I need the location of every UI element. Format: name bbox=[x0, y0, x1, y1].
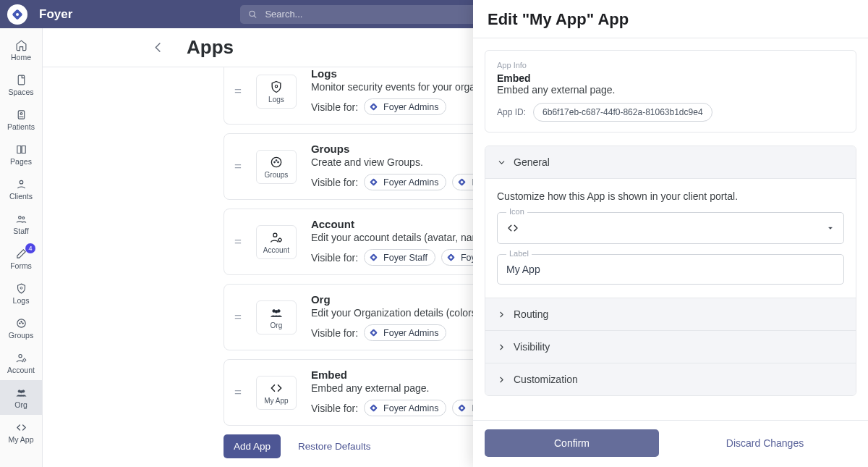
group-icon bbox=[15, 212, 27, 225]
drawer-title: Edit "My App" App bbox=[488, 10, 854, 29]
sidebar-item-pages[interactable]: Pages bbox=[0, 137, 42, 172]
chevron-right-icon bbox=[497, 342, 506, 352]
chip-label: Foyer Admins bbox=[383, 102, 438, 112]
code-icon bbox=[15, 421, 27, 434]
visible-for-label: Visible for: bbox=[311, 177, 358, 188]
app-card-icon: Groups bbox=[256, 150, 297, 184]
app-info-panel: App Info Embed Embed any external page. … bbox=[485, 50, 856, 132]
chip-label: Foyer Admins bbox=[383, 328, 438, 338]
section-general-header[interactable]: General bbox=[485, 146, 856, 178]
search-icon bbox=[247, 9, 258, 20]
sidebar-item-label: Account bbox=[7, 366, 35, 374]
page-title: Apps bbox=[187, 36, 234, 59]
sidebar-item-org[interactable]: Org bbox=[0, 380, 42, 415]
app-card-icon: Org bbox=[256, 300, 297, 335]
label-field-label: Label bbox=[506, 249, 532, 258]
sidebar-item-clients[interactable]: Clients bbox=[0, 172, 42, 206]
person-icon bbox=[15, 177, 27, 190]
sidebar-item-label: Logs bbox=[13, 296, 30, 305]
logo-icon bbox=[7, 4, 27, 25]
visibility-chip[interactable]: Foyer Admins bbox=[364, 98, 446, 115]
nav-badge: 4 bbox=[25, 243, 35, 253]
label-input[interactable] bbox=[498, 255, 843, 284]
left-nav: HomeSpacesPatientsPagesClientsStaffForms… bbox=[0, 28, 43, 467]
visibility-chip[interactable]: Foyer Admins bbox=[364, 324, 446, 341]
visible-for-label: Visible for: bbox=[311, 101, 358, 113]
visibility-chip[interactable]: Foyer Admins bbox=[364, 400, 446, 416]
section-general-label: General bbox=[514, 156, 550, 168]
sidebar-item-label: Clients bbox=[9, 192, 33, 201]
app-name: Foyer bbox=[39, 7, 72, 22]
app-card-icon: Account bbox=[256, 225, 297, 259]
sidebar-item-home[interactable]: Home bbox=[0, 33, 42, 67]
app-id-label: App ID: bbox=[497, 107, 526, 117]
restore-defaults-button[interactable]: Restore Defaults bbox=[295, 435, 374, 458]
app-id-row: App ID: 6b6f17eb-c687-44f0-862a-81063b1d… bbox=[497, 103, 844, 122]
back-button[interactable] bbox=[151, 41, 165, 54]
home-icon bbox=[15, 38, 27, 51]
section-customization-label: Customization bbox=[514, 374, 578, 385]
app-card-icon: My App bbox=[256, 376, 297, 410]
visible-for-label: Visible for: bbox=[311, 403, 358, 414]
app-card-icon-label: Logs bbox=[268, 96, 284, 104]
app-card-icon: Logs bbox=[256, 75, 297, 109]
app-info-section-label: App Info bbox=[497, 61, 844, 70]
add-app-button[interactable]: Add App bbox=[224, 434, 281, 458]
chip-label: Foyer Staff bbox=[383, 253, 427, 263]
app-info-title: Embed bbox=[497, 72, 844, 84]
sidebar-item-label: Staff bbox=[13, 227, 28, 235]
chip-label: Foyer Admins bbox=[383, 177, 438, 188]
section-routing-header[interactable]: Routing bbox=[485, 298, 856, 330]
visible-for-label: Visible for: bbox=[311, 252, 358, 264]
dots-circle-icon bbox=[15, 316, 27, 329]
book-icon bbox=[15, 143, 27, 156]
chevron-down-icon bbox=[497, 158, 506, 167]
drawer-sections: General Customize how this App is shown … bbox=[485, 146, 856, 396]
sidebar-item-logs[interactable]: Logs bbox=[0, 276, 42, 311]
chevron-right-icon bbox=[497, 375, 506, 384]
drag-handle-icon[interactable]: = bbox=[234, 310, 242, 324]
sidebar-item-myapp[interactable]: My App bbox=[0, 415, 42, 450]
drag-handle-icon[interactable]: = bbox=[234, 159, 242, 174]
person-gear-icon bbox=[15, 351, 27, 364]
sidebar-item-forms[interactable]: Forms4 bbox=[0, 241, 42, 276]
section-customization-header[interactable]: Customization bbox=[485, 363, 856, 395]
sidebar-item-groups[interactable]: Groups bbox=[0, 311, 42, 345]
drag-handle-icon[interactable]: = bbox=[234, 84, 242, 98]
discard-changes-button[interactable]: Discard Changes bbox=[673, 437, 856, 450]
drag-handle-icon[interactable]: = bbox=[234, 235, 242, 249]
visible-for-label: Visible for: bbox=[311, 327, 358, 339]
sidebar-item-label: Home bbox=[11, 53, 31, 62]
label-field[interactable]: Label bbox=[497, 254, 844, 285]
drag-handle-icon[interactable]: = bbox=[234, 385, 242, 400]
people-icon bbox=[15, 386, 27, 399]
section-general-body: Customize how this App is shown in your … bbox=[485, 178, 856, 298]
sidebar-item-label: Pages bbox=[10, 157, 32, 166]
section-routing-label: Routing bbox=[514, 308, 548, 320]
sidebar-item-spaces[interactable]: Spaces bbox=[0, 67, 42, 102]
app-card-icon-label: Account bbox=[263, 246, 289, 254]
confirm-button[interactable]: Confirm bbox=[485, 429, 659, 457]
visibility-chip[interactable]: Foyer Admins bbox=[364, 174, 446, 190]
app-card-icon-label: Groups bbox=[265, 171, 289, 179]
sidebar-item-label: Forms bbox=[10, 261, 32, 270]
spaces-icon bbox=[15, 73, 27, 86]
icon-field[interactable]: Icon bbox=[497, 212, 844, 244]
section-visibility-label: Visibility bbox=[514, 341, 550, 353]
sidebar-item-patients[interactable]: Patients bbox=[0, 102, 42, 137]
app-card-icon-label: My App bbox=[264, 397, 288, 405]
sidebar-item-label: Org bbox=[14, 400, 27, 409]
edit-app-drawer: Edit "My App" App App Info Embed Embed a… bbox=[473, 0, 868, 467]
section-visibility-header[interactable]: Visibility bbox=[485, 330, 856, 363]
app-id-value[interactable]: 6b6f17eb-c687-44f0-862a-81063b1dc9e4 bbox=[533, 103, 712, 122]
sidebar-item-label: Patients bbox=[7, 122, 35, 131]
shield-icon bbox=[15, 282, 27, 295]
visibility-chip[interactable]: Foyer Staff bbox=[364, 249, 435, 266]
sidebar-item-label: Groups bbox=[9, 331, 33, 340]
drawer-footer: Confirm Discard Changes bbox=[473, 420, 868, 467]
drawer-body: App Info Embed Embed any external page. … bbox=[473, 38, 868, 420]
icon-field-label: Icon bbox=[506, 207, 527, 216]
sidebar-item-staff[interactable]: Staff bbox=[0, 206, 42, 241]
sidebar-item-account[interactable]: Account bbox=[0, 345, 42, 380]
chevron-right-icon bbox=[497, 310, 506, 319]
